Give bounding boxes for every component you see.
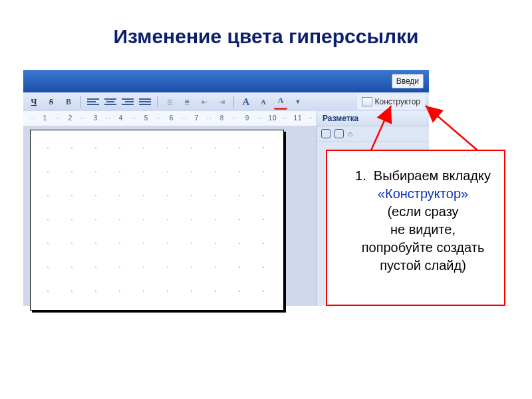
list-bullet-button[interactable]: ≣ [180,95,194,108]
font-shrink-button[interactable]: A [257,95,270,108]
list-numbered-button[interactable]: ☰ [163,95,176,108]
forward-icon [334,129,344,138]
callout-link-word: «Конструктор» [378,186,468,201]
back-icon [321,129,331,138]
callout-line: попробуйте создать [362,240,485,255]
callout-line: Выбираем вкладку [374,168,491,183]
align-center-button[interactable] [104,95,117,108]
callout-line: не видите, [390,222,456,237]
align-justify-button[interactable] [138,95,152,108]
slide-surface[interactable] [30,130,284,311]
window-titlebar [23,70,429,92]
indent-increase-button[interactable]: ⇥ [215,95,228,108]
font-color-button[interactable]: A [274,94,287,110]
designer-label: Конструктор [375,97,420,106]
align-right-button[interactable] [121,95,134,108]
toolbar-separator [233,96,234,108]
task-pane-row[interactable]: ⌂ [317,126,429,142]
align-left-button[interactable] [86,95,100,108]
dropdown-icon[interactable]: ▼ [291,95,305,108]
designer-icon [362,97,372,106]
callout-line: (если сразу [387,204,458,219]
indent-decrease-button[interactable]: ⇤ [198,95,211,108]
strike-button[interactable]: S [45,95,58,108]
task-pane-title: Разметка [317,111,429,126]
instruction-callout: 1. Выбираем вкладку «Конструктор» (если … [326,150,505,306]
callout-line: пустой слайд) [380,258,466,273]
slide-grid [36,136,278,305]
bold-button[interactable]: B [62,95,75,108]
home-icon: ⌂ [348,129,352,138]
toolbar-separator [80,96,81,108]
underline-button[interactable]: Ч [27,95,41,108]
slide-canvas-area [23,126,317,306]
svg-line-1 [426,106,477,150]
designer-tab[interactable]: Конструктор [357,94,425,110]
toolbar-separator [157,96,158,108]
horizontal-ruler: ··1··2··3··4··5··6··7··8··9··10··11··12· [23,111,317,126]
font-grow-button[interactable]: A [239,95,253,108]
search-hint-tag[interactable]: Введи [392,74,424,88]
page-title: Изменение цвета гиперссылки [0,25,532,48]
